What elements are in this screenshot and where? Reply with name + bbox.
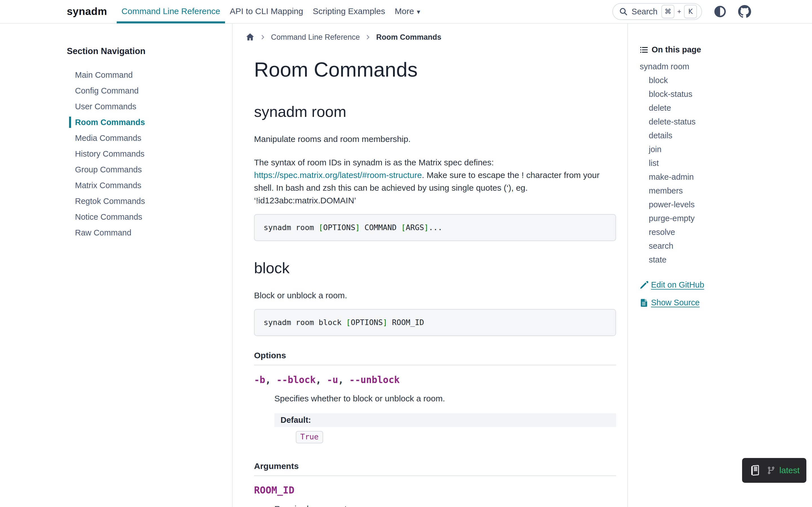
options-rubric: Options: [254, 351, 616, 365]
toc-item[interactable]: resolve: [640, 227, 806, 237]
list-icon: [640, 46, 648, 54]
toc-item[interactable]: power-levels: [640, 200, 806, 209]
header: synadm Command Line Reference API to CLI…: [0, 0, 812, 24]
option-description: Specifies whether to block or unblock a …: [274, 392, 616, 405]
main-content: Command Line Reference Room Commands Roo…: [233, 24, 627, 507]
matrix-spec-link[interactable]: https://spec.matrix.org/latest/#room-str…: [254, 170, 422, 180]
header-nav-item[interactable]: Scripting Examples: [308, 1, 390, 23]
sidebar-item[interactable]: History Commands: [69, 148, 223, 159]
chevron-down-icon: ▾: [417, 8, 420, 16]
toc-extra-links: Edit on GitHub Show Source: [640, 280, 806, 307]
breadcrumb-current: Room Commands: [376, 33, 441, 42]
sidebar-item[interactable]: Media Commands: [69, 132, 223, 144]
sidebar-item[interactable]: Raw Command: [69, 227, 223, 238]
arguments-rubric: Arguments: [254, 461, 616, 476]
sidebar-list: Main CommandConfig CommandUser CommandsR…: [67, 69, 223, 238]
page: synadm Command Line Reference API to CLI…: [0, 0, 812, 507]
header-nav-item[interactable]: API to CLI Mapping: [225, 1, 308, 23]
default-value: True: [296, 431, 616, 443]
toc-item[interactable]: members: [640, 186, 806, 195]
search-button[interactable]: Search ⌘ + K: [612, 3, 702, 20]
toc-title: On this page: [640, 45, 806, 54]
search-icon: [619, 7, 627, 16]
kbd-plus: +: [677, 8, 681, 15]
sidebar-title: Section Navigation: [67, 46, 223, 56]
sidebar-item[interactable]: Group Commands: [69, 164, 223, 175]
toc-item[interactable]: state: [640, 255, 806, 265]
toc-item[interactable]: list: [640, 158, 806, 168]
default-label: Default:: [281, 415, 311, 425]
search-label: Search: [631, 7, 658, 16]
version-flyout[interactable]: latest: [742, 458, 806, 483]
article: Room Commands synadm room Manipulate roo…: [246, 58, 616, 507]
heading-block: block: [254, 259, 616, 277]
toc-item[interactable]: block-status: [640, 89, 806, 99]
section-navigation: Section Navigation Main CommandConfig Co…: [0, 24, 233, 507]
cmd-key: ⌘: [661, 5, 674, 18]
readthedocs-book-icon: [749, 464, 761, 476]
breadcrumb: Command Line Reference Room Commands: [246, 32, 616, 42]
block-summary: Block or unblock a room.: [254, 289, 616, 302]
page-title: Room Commands: [254, 58, 616, 81]
k-key: K: [684, 5, 697, 18]
argument-description: Required argument: [274, 503, 616, 507]
chevron-right-icon: [365, 34, 371, 40]
room-id-syntax-paragraph: The syntax of room IDs in synadm is as t…: [254, 156, 616, 207]
default-field-row: Default:: [274, 413, 616, 427]
option-signature: -b, --block, -u, --unblock: [254, 374, 616, 385]
chevron-right-icon: [260, 34, 266, 40]
toc-item[interactable]: join: [640, 145, 806, 154]
toc-item[interactable]: delete-status: [640, 117, 806, 126]
heading-synadm-room: synadm room: [254, 103, 616, 120]
toc-item[interactable]: block: [640, 75, 806, 85]
sidebar-item[interactable]: User Commands: [69, 101, 223, 112]
argument-name: ROOM_ID: [254, 485, 616, 496]
site-logo[interactable]: synadm: [67, 6, 107, 17]
toc-item[interactable]: purge-empty: [640, 214, 806, 223]
argument-body: Required argument: [274, 503, 616, 507]
pencil-icon: [640, 281, 648, 289]
sidebar-item[interactable]: Regtok Commands: [69, 195, 223, 207]
toc-list: synadm roomblockblock-statusdeletedelete…: [640, 62, 806, 265]
show-source-link[interactable]: Show Source: [640, 298, 806, 307]
home-icon[interactable]: [246, 33, 255, 42]
sidebar-item[interactable]: Main Command: [69, 69, 223, 80]
edit-on-github-link[interactable]: Edit on GitHub: [640, 280, 806, 290]
toc-item[interactable]: delete: [640, 103, 806, 113]
version-label: latest: [779, 466, 800, 475]
sidebar-item[interactable]: Config Command: [69, 85, 223, 96]
sidebar-item[interactable]: Room Commands: [69, 117, 223, 128]
toc-item[interactable]: details: [640, 131, 806, 140]
option-body: Specifies whether to block or unblock a …: [274, 392, 616, 443]
command-summary: Manipulate rooms and room membership.: [254, 133, 616, 145]
page-toc: On this page synadm roomblockblock-statu…: [627, 24, 812, 507]
file-icon: [640, 298, 648, 307]
default-value-badge: True: [296, 431, 323, 443]
header-nav-item[interactable]: More ▾: [390, 1, 425, 23]
toc-item[interactable]: search: [640, 241, 806, 251]
sidebar-item[interactable]: Matrix Commands: [69, 180, 223, 191]
header-nav-item[interactable]: Command Line Reference: [117, 1, 225, 23]
toc-item[interactable]: synadm room: [640, 62, 806, 71]
sidebar-item[interactable]: Notice Commands: [69, 211, 223, 223]
breadcrumb-parent-link[interactable]: Command Line Reference: [271, 33, 360, 42]
toc-item[interactable]: make-admin: [640, 172, 806, 182]
git-branch-icon: [767, 466, 775, 474]
usage-code-room: synadm room [OPTIONS] COMMAND [ARGS]...: [254, 214, 616, 241]
usage-code-block: synadm room block [OPTIONS] ROOM_ID: [254, 309, 616, 336]
header-nav: Command Line Reference API to CLI Mappin…: [117, 0, 425, 23]
layout: Section Navigation Main CommandConfig Co…: [0, 24, 812, 507]
github-icon[interactable]: [738, 5, 751, 18]
theme-toggle-icon[interactable]: [714, 5, 726, 18]
